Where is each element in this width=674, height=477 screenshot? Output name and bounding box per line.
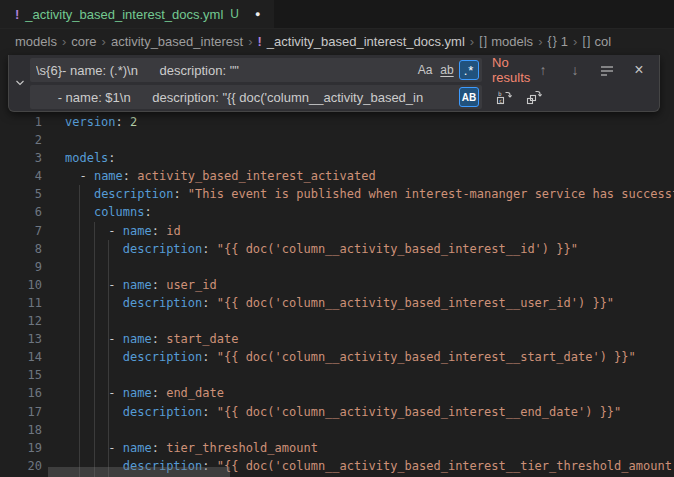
git-untracked-badge: U <box>230 7 239 21</box>
breadcrumb-label: models <box>15 34 57 49</box>
replace-input-wrap: AB <box>30 85 482 109</box>
previous-match-button[interactable]: ↑ <box>533 60 553 80</box>
indent-guide <box>94 222 95 477</box>
horizontal-scrollbar[interactable] <box>48 467 230 477</box>
code-line <box>65 131 674 149</box>
breadcrumb-separator-icon: › <box>248 34 252 49</box>
code-line: columns: <box>65 203 674 221</box>
line-number: 17 <box>0 403 42 421</box>
line-number: 1 <box>0 113 42 131</box>
close-find-widget-button[interactable]: × <box>629 60 649 80</box>
find-status: No results <box>492 55 533 85</box>
vscode-window: ! _activity_based_interest_docs.yml U ● … <box>0 0 674 477</box>
breadcrumb-separator-icon: › <box>62 34 66 49</box>
code-line: description: "{{ doc('column__activity_b… <box>65 294 674 312</box>
line-number: 16 <box>0 384 42 402</box>
code-line: description: "{{ doc('column__activity_b… <box>65 240 674 258</box>
whole-word-toggle[interactable]: ab <box>437 60 457 80</box>
breadcrumb-label: activity_based_interest <box>111 34 243 49</box>
breadcrumb-item-activity-based-interest[interactable]: activity_based_interest <box>111 34 243 49</box>
line-number: 4 <box>0 167 42 185</box>
breadcrumb-label: _activity_based_interest_docs.yml <box>267 34 465 49</box>
next-match-button[interactable]: ↓ <box>565 60 585 80</box>
code-line: - name: tier_threshold_amount <box>65 439 674 457</box>
code-line: - name: id <box>65 222 674 240</box>
svg-text:b: b <box>498 90 502 97</box>
yaml-file-icon: ! <box>15 7 19 22</box>
tab-title: _activity_based_interest_docs.yml <box>25 7 223 22</box>
breadcrumb-item-col[interactable]: [ ]col <box>582 34 611 49</box>
find-in-selection-button[interactable] <box>597 60 617 80</box>
code-line <box>65 421 674 439</box>
code-line: - name: start_date <box>65 330 674 348</box>
line-number: 15 <box>0 366 42 384</box>
code-line: models: <box>65 149 674 167</box>
breadcrumb-separator-icon: › <box>573 34 577 49</box>
breadcrumb-label: 1 <box>561 34 568 49</box>
modified-dot-icon[interactable]: ● <box>255 9 260 19</box>
breadcrumb-item-core[interactable]: core <box>71 34 96 49</box>
line-number-gutter: 1234567891011121314151617181920 <box>0 113 42 475</box>
yaml-file-icon: ! <box>258 34 262 49</box>
line-number: 8 <box>0 240 42 258</box>
line-number: 10 <box>0 276 42 294</box>
code-line: description: "This event is published wh… <box>65 185 674 203</box>
line-number: 18 <box>0 421 42 439</box>
line-number: 7 <box>0 222 42 240</box>
symbol-array-icon: [ ] <box>582 34 589 48</box>
breadcrumb: models›core›activity_based_interest›!_ac… <box>0 29 674 53</box>
line-number: 9 <box>0 258 42 276</box>
breadcrumb-label: core <box>71 34 96 49</box>
match-case-toggle[interactable]: Aa <box>415 60 435 80</box>
preserve-case-toggle[interactable]: AB <box>459 87 479 107</box>
indent-guide <box>108 240 109 477</box>
line-number: 3 <box>0 149 42 167</box>
code-line <box>65 366 674 384</box>
find-input-wrap: Aa ab .* <box>30 58 482 82</box>
code-editor[interactable]: version: 2 models: - name: activity_base… <box>65 113 674 477</box>
breadcrumb-separator-icon: › <box>102 34 106 49</box>
breadcrumb-label: models <box>491 34 533 49</box>
replace-all-button[interactable] <box>524 87 544 107</box>
find-replace-widget: Aa ab .* No results ↑ ↓ <box>8 55 660 112</box>
svg-text:c: c <box>499 97 503 104</box>
breadcrumb-label: col <box>594 34 611 49</box>
breadcrumb-separator-icon: › <box>538 34 542 49</box>
replace-input[interactable] <box>30 85 482 109</box>
breadcrumb-item-models[interactable]: models <box>15 34 57 49</box>
regex-toggle[interactable]: .* <box>459 60 479 80</box>
line-number: 12 <box>0 312 42 330</box>
breadcrumb-separator-icon: › <box>470 34 474 49</box>
tab-activity-based-interest-docs[interactable]: ! _activity_based_interest_docs.yml U ● <box>0 0 274 28</box>
code-line: - name: activity_based_interest_activate… <box>65 167 674 185</box>
symbol-object-icon: { } <box>547 34 555 48</box>
code-line: description: "{{ doc('column__activity_b… <box>65 348 674 366</box>
line-number: 19 <box>0 439 42 457</box>
breadcrumb-item-1[interactable]: { }1 <box>547 34 568 49</box>
code-line: - name: user_id <box>65 276 674 294</box>
toggle-replace-chevron-icon[interactable] <box>9 55 30 111</box>
breadcrumb-item-models[interactable]: [ ]models <box>479 34 533 49</box>
line-number: 20 <box>0 457 42 475</box>
replace-button[interactable]: b c <box>494 87 514 107</box>
line-number: 13 <box>0 330 42 348</box>
line-number: 5 <box>0 185 42 203</box>
line-number: 2 <box>0 131 42 149</box>
code-line <box>65 312 674 330</box>
symbol-array-icon: [ ] <box>479 34 486 48</box>
code-line: - name: end_date <box>65 384 674 402</box>
code-line <box>65 258 674 276</box>
indent-guide <box>79 185 80 477</box>
tab-bar: ! _activity_based_interest_docs.yml U ● <box>0 0 674 29</box>
code-line: version: 2 <box>65 113 674 131</box>
line-number: 6 <box>0 203 42 221</box>
breadcrumb-item--activity-based-interest-docs-yml[interactable]: !_activity_based_interest_docs.yml <box>258 34 465 49</box>
code-line: description: "{{ doc('column__activity_b… <box>65 403 674 421</box>
line-number: 14 <box>0 348 42 366</box>
line-number: 11 <box>0 294 42 312</box>
